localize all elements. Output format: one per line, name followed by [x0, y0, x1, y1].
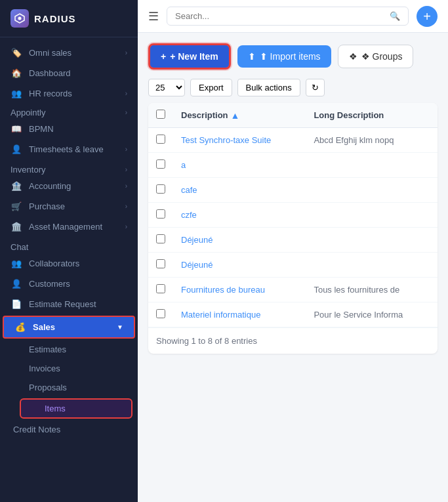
row-checkbox[interactable]	[156, 135, 165, 144]
bulk-actions-label: Bulk actions	[246, 83, 292, 93]
row-checkbox[interactable]	[156, 259, 165, 268]
bpmn-icon: 📖	[10, 124, 22, 134]
sidebar-item-sales[interactable]: 💰 Sales ▼	[3, 316, 135, 339]
row-long-description: Pour le Service Informa	[306, 303, 438, 327]
sort-icon[interactable]: ▲	[231, 110, 240, 121]
chevron-right-icon: ›	[125, 166, 127, 173]
chevron-right-icon: ›	[125, 182, 127, 190]
sidebar-label: HR records	[29, 89, 119, 98]
row-description[interactable]: Test Synchro-taxe Suite	[173, 128, 306, 153]
select-all-checkbox[interactable]	[156, 110, 165, 119]
new-item-button[interactable]: + + New Item	[148, 43, 231, 70]
row-long-description	[306, 178, 438, 203]
table-row: cafe	[148, 178, 438, 203]
sidebar-item-purchase[interactable]: 🛒 Purchase ›	[0, 196, 138, 217]
row-checkbox-cell	[148, 228, 173, 253]
table-controls: 25 50 100 Export Bulk actions ↻	[148, 79, 438, 96]
groups-label: ❖ Groups	[361, 51, 403, 62]
sidebar-logo[interactable]: RADIUS	[0, 0, 138, 37]
row-checkbox-cell	[148, 278, 173, 303]
sidebar-item-dashboard[interactable]: 🏠 Dashboard	[0, 63, 138, 83]
sidebar-item-bpmn[interactable]: 📖 BPMN	[0, 119, 138, 139]
sidebar-label: Invoices	[29, 364, 60, 373]
sidebar-label: Collaborators	[29, 259, 127, 268]
chevron-right-icon: ›	[125, 109, 127, 116]
main-content: ☰ 🔍 + + + New Item ⬆ ⬆ Import items ❖ ❖ …	[138, 0, 448, 502]
row-checkbox[interactable]	[156, 234, 165, 243]
description-header: Description ▲	[173, 103, 306, 128]
inventory-label: Inventory	[10, 165, 119, 175]
row-checkbox-cell	[148, 303, 173, 327]
sidebar-label: Estimate Request	[29, 299, 127, 309]
collaborators-icon: 👥	[10, 259, 22, 268]
row-long-description: Abcd Efghij klm nopq	[306, 128, 438, 153]
sidebar-label: Customers	[29, 279, 127, 289]
row-description[interactable]: Déjeuné	[173, 228, 306, 253]
search-icon: 🔍	[390, 11, 400, 21]
row-checkbox[interactable]	[156, 184, 165, 194]
svg-point-1	[18, 17, 22, 20]
sidebar-item-customers[interactable]: 👤 Customers	[0, 274, 138, 294]
add-button[interactable]: +	[417, 6, 438, 27]
sidebar-label: Accounting	[29, 181, 119, 191]
import-label: ⬆ Import items	[260, 51, 321, 62]
table-row: a	[148, 153, 438, 178]
sidebar-item-invoices[interactable]: Invoices	[0, 359, 138, 378]
row-long-description	[306, 253, 438, 278]
sidebar-item-collaborators[interactable]: 👥 Collaborators	[0, 253, 138, 274]
table-row: czfe	[148, 203, 438, 228]
sidebar-item-estimates[interactable]: Estimates	[0, 340, 138, 359]
sales-icon: 💰	[14, 322, 26, 332]
search-input[interactable]	[175, 11, 384, 21]
omni-sales-icon: 🏷️	[10, 48, 22, 58]
sidebar-section-chat: Chat	[0, 237, 138, 253]
sidebar-item-proposals[interactable]: Proposals	[0, 378, 138, 397]
sidebar-section-inventory: Inventory ›	[0, 159, 138, 176]
row-description[interactable]: czfe	[173, 203, 306, 228]
row-description[interactable]: cafe	[173, 178, 306, 203]
row-checkbox-cell	[148, 253, 173, 278]
chat-section-label: Chat	[10, 242, 28, 252]
sidebar-label: Credit Notes	[13, 425, 60, 434]
row-checkbox[interactable]	[156, 209, 165, 219]
sidebar: RADIUS 🏷️ Omni sales › 🏠 Dashboard 👥 HR …	[0, 0, 138, 502]
row-checkbox[interactable]	[156, 284, 165, 293]
sidebar-label: Purchase	[29, 201, 119, 211]
menu-icon[interactable]: ☰	[148, 9, 159, 24]
sidebar-item-estimate-request[interactable]: 📄 Estimate Request	[0, 294, 138, 314]
long-description-header-label: Long Description	[314, 110, 384, 120]
sidebar-label: Omni sales	[29, 48, 119, 58]
row-checkbox[interactable]	[156, 309, 165, 318]
sidebar-label: BPMN	[29, 124, 127, 134]
sidebar-item-credit-notes[interactable]: Credit Notes	[0, 420, 138, 439]
search-box[interactable]: 🔍	[167, 7, 409, 26]
row-description[interactable]: Materiel informatique	[173, 303, 306, 327]
sidebar-item-omni-sales[interactable]: 🏷️ Omni sales ›	[0, 43, 138, 63]
topbar: ☰ 🔍 +	[138, 0, 448, 33]
import-items-button[interactable]: ⬆ ⬆ Import items	[237, 45, 331, 68]
row-description[interactable]: a	[173, 153, 306, 178]
row-description[interactable]: Déjeuné	[173, 253, 306, 278]
row-checkbox-cell	[148, 178, 173, 203]
groups-button[interactable]: ❖ ❖ Groups	[338, 45, 414, 68]
sidebar-label: Sales	[33, 322, 110, 332]
refresh-button[interactable]: ↻	[306, 79, 325, 96]
dashboard-icon: 🏠	[10, 68, 22, 78]
sidebar-item-accounting[interactable]: 🏦 Accounting ›	[0, 176, 138, 196]
sidebar-item-items[interactable]: Items	[20, 398, 132, 419]
content-area: + + New Item ⬆ ⬆ Import items ❖ ❖ Groups…	[138, 33, 448, 502]
sidebar-item-timesheets[interactable]: 👤 Timesheets & leave ›	[0, 139, 138, 159]
row-description[interactable]: Fournitures de bureau	[173, 278, 306, 303]
sidebar-item-appointly[interactable]: Appointly ›	[0, 104, 138, 119]
sidebar-item-asset-management[interactable]: 🏛️ Asset Management ›	[0, 217, 138, 237]
sidebar-item-hr-records[interactable]: 👥 HR records ›	[0, 83, 138, 104]
export-button[interactable]: Export	[190, 79, 232, 96]
new-item-label: + New Item	[170, 51, 218, 62]
table-row: Déjeuné	[148, 228, 438, 253]
row-checkbox[interactable]	[156, 159, 165, 169]
long-description-header: Long Description	[306, 103, 438, 128]
export-label: Export	[199, 83, 224, 93]
bulk-actions-button[interactable]: Bulk actions	[237, 79, 300, 96]
row-long-description: Tous les fournitures de	[306, 278, 438, 303]
per-page-select[interactable]: 25 50 100	[148, 79, 185, 96]
